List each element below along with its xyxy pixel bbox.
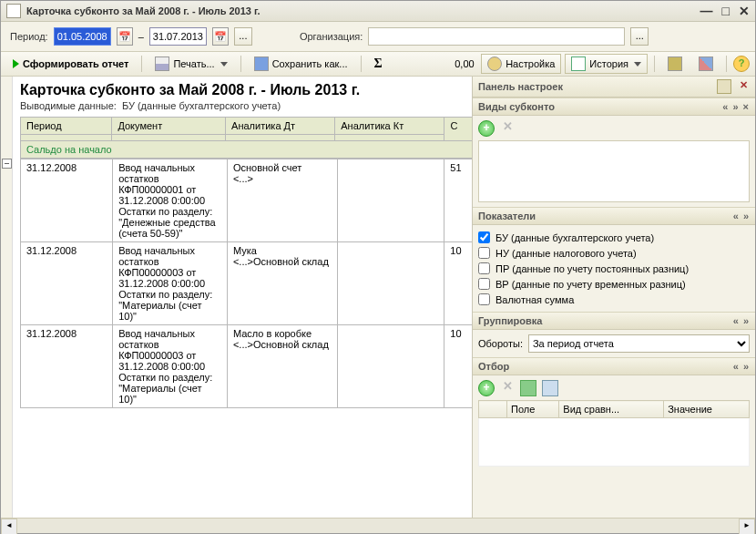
history-button[interactable]: История xyxy=(565,54,648,74)
sum-value: 0,00 xyxy=(393,58,475,69)
table-group-row: Сальдо на начало xyxy=(21,141,473,159)
col-doc: Документ xyxy=(112,118,226,135)
box-icon xyxy=(699,56,713,71)
table-row[interactable]: 31.12.2008Ввод начальных остатков КФП000… xyxy=(21,159,473,242)
col-last: С xyxy=(444,118,472,141)
indicator-checkbox[interactable] xyxy=(478,293,490,305)
subconto-list[interactable] xyxy=(478,140,750,202)
report-rows: 31.12.2008Ввод начальных остатков КФП000… xyxy=(20,159,472,408)
indicator-label: ВР (данные по учету временных разниц) xyxy=(495,279,686,290)
maximize-button[interactable]: □ xyxy=(722,4,730,18)
indicator-label: НУ (данные налогового учета) xyxy=(495,248,637,259)
generate-report-button[interactable]: Сформировать отчет xyxy=(6,54,135,74)
table-row[interactable]: 31.12.2008Ввод начальных остатков КФП000… xyxy=(21,325,473,408)
sigma-icon: Σ xyxy=(374,56,383,71)
filter-empty-row[interactable] xyxy=(479,418,750,467)
print-icon xyxy=(155,56,169,71)
indicator-label: БУ (данные бухгалтерского учета) xyxy=(495,232,654,243)
settings-panel: Панель настроек ✕ Виды субконто« » × + ✕… xyxy=(473,77,755,518)
grouping-select[interactable]: За период отчета xyxy=(528,334,750,353)
indicator-checkbox[interactable] xyxy=(478,262,490,274)
window-title: Карточка субконто за Май 2008 г. - Июль … xyxy=(26,5,261,16)
section-indicators[interactable]: Показатели« » xyxy=(473,207,755,225)
indicator-checkbox[interactable] xyxy=(478,278,490,290)
org-label: Организация: xyxy=(300,31,363,42)
misc-button-2[interactable] xyxy=(692,54,720,74)
box-icon xyxy=(668,56,682,71)
settings-button[interactable]: Настройка xyxy=(481,54,561,74)
indicator-checkbox[interactable] xyxy=(478,247,490,259)
generate-label: Сформировать отчет xyxy=(23,58,128,69)
gear-icon xyxy=(487,56,502,71)
date-from-field[interactable]: 01.05.2008 xyxy=(54,27,111,46)
chevron-down-icon xyxy=(220,62,228,67)
misc-button-1[interactable] xyxy=(661,54,689,74)
col-ankt: Аналитика Кт xyxy=(335,118,444,135)
outline-gutter: – xyxy=(1,77,13,518)
chevron-down-icon xyxy=(634,62,641,67)
close-button[interactable]: ✕ xyxy=(739,4,750,18)
toolbar: Сформировать отчет Печать... Сохранить к… xyxy=(1,52,755,77)
report-title: Карточка субконто за Май 2008 г. - Июль … xyxy=(13,77,472,100)
indicator-row[interactable]: ВР (данные по учету временных разниц) xyxy=(478,276,750,292)
col-period: Период xyxy=(21,118,112,135)
org-choose-button[interactable]: ... xyxy=(630,27,649,46)
table-header: Период Документ Аналитика Дт Аналитика К… xyxy=(21,118,473,135)
org-field[interactable] xyxy=(368,27,625,46)
section-nav[interactable]: « » xyxy=(733,315,750,326)
period-label: Период: xyxy=(10,31,48,42)
indicator-row[interactable]: НУ (данные налогового учета) xyxy=(478,245,750,261)
delete-button: ✕ xyxy=(500,380,515,395)
minimize-button[interactable]: — xyxy=(700,4,713,18)
panel-gear-icon[interactable] xyxy=(717,79,731,94)
col-andt: Аналитика Дт xyxy=(226,118,335,135)
app-icon xyxy=(6,4,21,18)
save-icon xyxy=(254,56,269,71)
copy-icon[interactable] xyxy=(520,380,536,396)
report-subtitle: Выводимые данные: БУ (данные бухгалтерск… xyxy=(13,100,472,117)
report-pane: – Карточка субконто за Май 2008 г. - Июл… xyxy=(1,77,473,518)
section-filter[interactable]: Отбор« » xyxy=(473,357,755,375)
section-nav[interactable]: « » × xyxy=(722,101,750,112)
table-row[interactable]: 31.12.2008Ввод начальных остатков КФП000… xyxy=(21,242,473,325)
copy2-icon[interactable] xyxy=(542,380,558,396)
horizontal-scrollbar[interactable]: ◄ ► xyxy=(1,518,755,533)
play-icon xyxy=(13,59,19,68)
delete-button: ✕ xyxy=(500,120,515,135)
settings-panel-header: Панель настроек ✕ xyxy=(473,77,755,98)
date-dash: – xyxy=(138,31,144,42)
add-button[interactable]: + xyxy=(478,380,495,396)
filter-table: Поле Вид сравн... Значение xyxy=(478,400,750,467)
calendar-icon[interactable]: 📅 xyxy=(117,27,133,46)
indicator-checkbox[interactable] xyxy=(478,231,490,243)
indicator-label: ПР (данные по учету постоянных разниц) xyxy=(495,263,689,274)
sum-button[interactable]: Σ xyxy=(368,54,389,74)
filter-col-comp: Вид сравн... xyxy=(559,401,664,418)
titlebar: Карточка субконто за Май 2008 г. - Июль … xyxy=(1,1,755,22)
section-grouping[interactable]: Группировка« » xyxy=(473,312,755,330)
section-nav[interactable]: « » xyxy=(733,361,750,372)
report-table: Период Документ Аналитика Дт Аналитика К… xyxy=(20,117,472,159)
table-subheader xyxy=(21,135,473,141)
section-subconto[interactable]: Виды субконто« » × xyxy=(473,98,755,116)
period-choose-button[interactable]: ... xyxy=(234,27,252,46)
period-form: Период: 01.05.2008 📅 – 31.07.2013 📅 ... … xyxy=(1,22,755,52)
history-icon xyxy=(571,56,586,71)
help-button[interactable]: ? xyxy=(733,56,750,72)
save-as-button[interactable]: Сохранить как... xyxy=(248,54,354,74)
filter-col-value: Значение xyxy=(664,401,750,418)
date-to-field[interactable]: 31.07.2013 xyxy=(149,27,207,46)
calendar-icon[interactable]: 📅 xyxy=(212,27,229,46)
indicator-row[interactable]: БУ (данные бухгалтерского учета) xyxy=(478,230,750,245)
print-button[interactable]: Печать... xyxy=(148,54,233,74)
scroll-right-button[interactable]: ► xyxy=(739,519,755,534)
filter-col-field: Поле xyxy=(507,401,559,418)
scroll-left-button[interactable]: ◄ xyxy=(1,519,17,534)
collapse-button[interactable]: – xyxy=(2,159,12,169)
panel-close-button[interactable]: ✕ xyxy=(737,79,750,92)
indicator-row[interactable]: Валютная сумма xyxy=(478,292,750,307)
add-button[interactable]: + xyxy=(478,120,495,137)
indicator-row[interactable]: ПР (данные по учету постоянных разниц) xyxy=(478,261,750,276)
grouping-label: Обороты: xyxy=(478,338,523,349)
section-nav[interactable]: « » xyxy=(733,211,750,221)
